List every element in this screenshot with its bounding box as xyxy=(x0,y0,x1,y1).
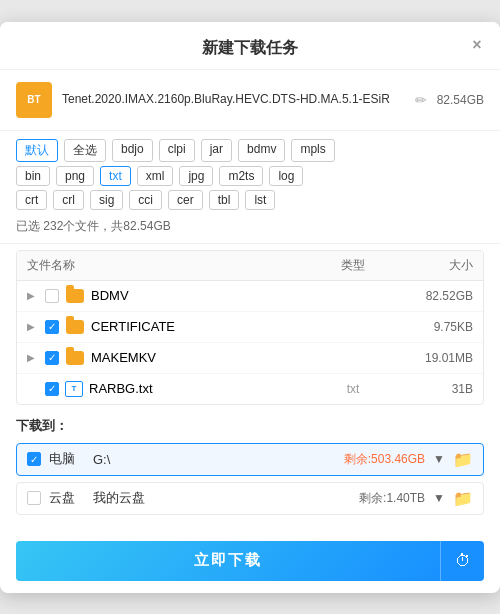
download-to-label: 下载到： xyxy=(16,417,484,435)
col-size: 大小 xyxy=(393,257,473,274)
folder-icon xyxy=(65,350,85,366)
tag-lst[interactable]: lst xyxy=(245,190,275,210)
tag-cci[interactable]: cci xyxy=(129,190,162,210)
tags-row-1: 默认 全选 bdjo clpi jar bdmv mpls xyxy=(16,139,484,162)
edit-icon[interactable]: ✏ xyxy=(415,92,427,108)
tag-m2ts[interactable]: m2ts xyxy=(219,166,263,186)
txt-file-icon: T xyxy=(65,381,83,397)
file-header: BT Tenet.2020.IMAX.2160p.BluRay.HEVC.DTS… xyxy=(0,70,500,131)
table-row: ▶ MAKEMKV 19.01MB xyxy=(17,343,483,374)
dialog-title: 新建下载任务 xyxy=(202,39,298,56)
tags-row-2: bin png txt xml jpg m2ts log xyxy=(16,166,484,186)
tag-mpls[interactable]: mpls xyxy=(291,139,334,162)
tag-default[interactable]: 默认 xyxy=(16,139,58,162)
dest-cloud-arrow[interactable]: ▼ xyxy=(433,491,445,505)
folder-icon xyxy=(65,319,85,335)
table-row: T RARBG.txt txt 31B xyxy=(17,374,483,404)
tag-cer[interactable]: cer xyxy=(168,190,203,210)
file-total-size: 82.54GB xyxy=(437,93,484,107)
new-download-dialog: 新建下载任务 × BT Tenet.2020.IMAX.2160p.BluRay… xyxy=(0,22,500,593)
table-row: ▶ CERTIFICATE 9.75KB xyxy=(17,312,483,343)
tag-txt[interactable]: txt xyxy=(100,166,131,186)
bottom-bar: 立即下载 ⏱ xyxy=(0,529,500,593)
tag-crl[interactable]: crl xyxy=(53,190,84,210)
file-list: 文件名称 类型 大小 ▶ BDMV 82.52GB ▶ xyxy=(16,250,484,405)
expand-arrow[interactable]: ▶ xyxy=(27,352,39,363)
row-mkv-name: ▶ MAKEMKV xyxy=(27,350,313,366)
file-count: 已选 232个文件，共82.54GB xyxy=(16,214,484,237)
dest-cloud-space: 剩余:1.40TB xyxy=(359,490,425,507)
dest-cloud-checkbox[interactable] xyxy=(27,491,41,505)
tag-clpi[interactable]: clpi xyxy=(159,139,195,162)
dest-pc-label: 电脑 xyxy=(49,450,85,468)
row-rarbg-checkbox[interactable] xyxy=(45,382,59,396)
row-cert-checkbox[interactable] xyxy=(45,320,59,334)
row-cert-size: 9.75KB xyxy=(393,320,473,334)
dest-pc-arrow[interactable]: ▼ xyxy=(433,452,445,466)
tag-jpg[interactable]: jpg xyxy=(179,166,213,186)
dest-cloud-folder-icon[interactable]: 📁 xyxy=(453,489,473,508)
tag-log[interactable]: log xyxy=(269,166,303,186)
clock-icon: ⏱ xyxy=(455,552,471,570)
row-bdmv-name: ▶ BDMV xyxy=(27,288,313,304)
row-rarbg-type: txt xyxy=(313,382,393,396)
row-mkv-size: 19.01MB xyxy=(393,351,473,365)
tag-xml[interactable]: xml xyxy=(137,166,174,186)
dest-pc-folder-icon[interactable]: 📁 xyxy=(453,450,473,469)
dest-pc-space: 剩余:503.46GB xyxy=(344,451,425,468)
tag-png[interactable]: png xyxy=(56,166,94,186)
dest-cloud-row[interactable]: 云盘 我的云盘 剩余:1.40TB ▼ 📁 xyxy=(16,482,484,515)
tag-tbl[interactable]: tbl xyxy=(209,190,240,210)
schedule-button[interactable]: ⏱ xyxy=(440,541,484,581)
title-bar: 新建下载任务 × xyxy=(0,22,500,70)
tag-all[interactable]: 全选 xyxy=(64,139,106,162)
download-to-section: 下载到： 电脑 G:\ 剩余:503.46GB ▼ 📁 云盘 我的云盘 剩余:1… xyxy=(0,405,500,529)
file-list-header: 文件名称 类型 大小 xyxy=(17,251,483,281)
tag-crt[interactable]: crt xyxy=(16,190,47,210)
tags-row-3: crt crl sig cci cer tbl lst xyxy=(16,190,484,210)
file-name: Tenet.2020.IMAX.2160p.BluRay.HEVC.DTS-HD… xyxy=(62,91,405,108)
tag-bdjo[interactable]: bdjo xyxy=(112,139,153,162)
row-rarbg-size: 31B xyxy=(393,382,473,396)
col-name: 文件名称 xyxy=(27,257,313,274)
row-cert-label: CERTIFICATE xyxy=(91,319,175,334)
file-list-container: 文件名称 类型 大小 ▶ BDMV 82.52GB ▶ xyxy=(0,250,500,405)
tag-sig[interactable]: sig xyxy=(90,190,123,210)
row-bdmv-checkbox[interactable] xyxy=(45,289,59,303)
dest-pc-path: G:\ xyxy=(93,452,336,467)
row-bdmv-label: BDMV xyxy=(91,288,129,303)
dest-cloud-label: 云盘 xyxy=(49,489,85,507)
tag-bin[interactable]: bin xyxy=(16,166,50,186)
tag-jar[interactable]: jar xyxy=(201,139,232,162)
expand-arrow[interactable]: ▶ xyxy=(27,290,39,301)
row-rarbg-label: RARBG.txt xyxy=(89,381,153,396)
download-button[interactable]: 立即下载 xyxy=(16,541,440,581)
row-rarbg-name: T RARBG.txt xyxy=(27,381,313,397)
col-type: 类型 xyxy=(313,257,393,274)
row-cert-name: ▶ CERTIFICATE xyxy=(27,319,313,335)
folder-icon xyxy=(65,288,85,304)
dest-cloud-path: 我的云盘 xyxy=(93,489,351,507)
close-button[interactable]: × xyxy=(468,36,486,54)
row-mkv-checkbox[interactable] xyxy=(45,351,59,365)
row-bdmv-size: 82.52GB xyxy=(393,289,473,303)
bt-icon: BT xyxy=(16,82,52,118)
dest-pc-checkbox[interactable] xyxy=(27,452,41,466)
row-mkv-label: MAKEMKV xyxy=(91,350,156,365)
expand-arrow[interactable]: ▶ xyxy=(27,321,39,332)
tag-bdmv[interactable]: bdmv xyxy=(238,139,285,162)
dest-pc-row[interactable]: 电脑 G:\ 剩余:503.46GB ▼ 📁 xyxy=(16,443,484,476)
table-row: ▶ BDMV 82.52GB xyxy=(17,281,483,312)
tags-section: 默认 全选 bdjo clpi jar bdmv mpls bin png tx… xyxy=(0,131,500,244)
